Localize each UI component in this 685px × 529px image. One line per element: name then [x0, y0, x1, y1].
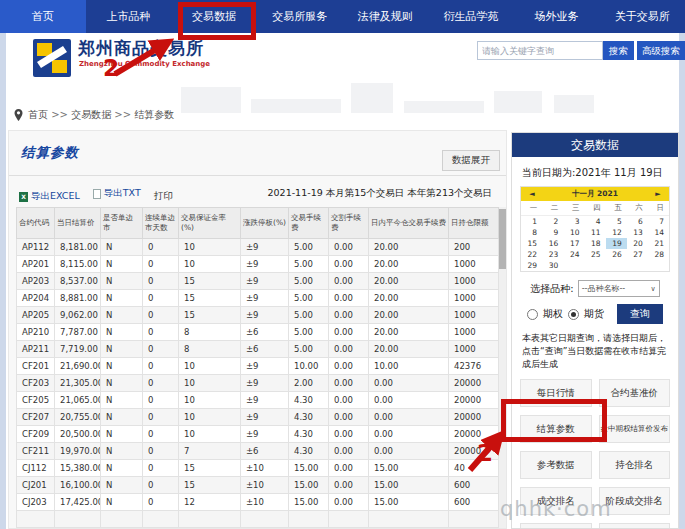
advanced-search-button[interactable]: 高级搜索 [637, 41, 685, 60]
calendar-week-row: 2930 [521, 260, 669, 271]
table-cell: 8,115.00 [55, 256, 101, 273]
sidebar-link[interactable]: 阶段成交排名 [599, 487, 671, 515]
search-input[interactable] [477, 41, 603, 60]
calendar-day [627, 260, 648, 271]
calendar-day[interactable]: 16 [542, 238, 563, 249]
calendar-day[interactable]: 1 [521, 216, 542, 228]
table-cell: 15 [179, 290, 241, 307]
table-cell [449, 511, 499, 528]
table-cell: ±10 [241, 460, 289, 477]
table-cell: 5.00 [289, 239, 329, 256]
column-header: 交易手续费 [289, 208, 329, 239]
breadcrumb-item[interactable]: 首页 [28, 109, 48, 120]
print-link[interactable]: 打印 [154, 190, 173, 203]
calendar-weekday: 六 [627, 201, 648, 216]
radio-unchecked[interactable] [527, 309, 538, 320]
calendar-prev-icon[interactable]: ◄ [521, 187, 543, 201]
sidebar-link[interactable]: 交割配对 [599, 523, 671, 529]
instrument-type-row: 期权期货查询 [512, 304, 678, 324]
settlement-table: 合约代码当日结算价是否单边市连续单边市天数交易保证金率(%)涨跌停板(%)交易手… [16, 207, 499, 528]
calendar-day[interactable]: 30 [542, 260, 563, 271]
nav-item[interactable]: 关于交易所 [599, 0, 685, 33]
sidebar-link[interactable]: 每日行情 [520, 379, 592, 407]
table-cell: 8,881.00 [55, 290, 101, 307]
calendar-day[interactable]: 11 [584, 227, 605, 238]
sidebar-title: 交易数据 [512, 133, 678, 157]
calendar-day[interactable]: 9 [542, 227, 563, 238]
table-scrollbar-track[interactable] [499, 207, 506, 528]
calendar-weekday-row: 一二三四五六日 [521, 201, 669, 216]
nav-item[interactable]: 法律及规则 [343, 0, 429, 33]
table-cell: ±9 [241, 358, 289, 375]
variety-selected-value: --品种名称-- [582, 283, 626, 294]
calendar-day[interactable]: 20 [627, 238, 648, 249]
expand-data-button[interactable]: 数据展开 [442, 150, 500, 171]
table-cell: 0.00 [329, 239, 369, 256]
breadcrumb-item[interactable]: 交易数据 [71, 109, 111, 120]
table-cell: N [101, 273, 143, 290]
calendar-day[interactable]: 12 [606, 227, 627, 238]
calendar-header: ◄ 十一月 2021 ► [521, 187, 669, 201]
search-button[interactable]: 搜索 [603, 41, 634, 60]
table-cell: N [101, 324, 143, 341]
table-scrollbar-thumb[interactable] [499, 209, 506, 269]
calendar-day[interactable]: 25 [584, 249, 605, 260]
calendar-day[interactable]: 26 [606, 249, 627, 260]
radio-checked[interactable] [568, 309, 579, 320]
column-header: 当日结算价 [55, 208, 101, 239]
table-cell [17, 511, 55, 528]
nav-item[interactable]: 衍生品学苑 [428, 0, 514, 33]
query-button[interactable]: 查询 [617, 304, 663, 324]
table-cell: 0 [143, 324, 179, 341]
table-cell: 21,690.00 [55, 358, 101, 375]
calendar-day[interactable]: 6 [627, 216, 648, 228]
calendar-day[interactable]: 4 [584, 216, 605, 228]
calendar-day[interactable]: 7 [648, 216, 669, 228]
calendar-day[interactable]: 14 [648, 227, 669, 238]
calendar-day[interactable]: 18 [584, 238, 605, 249]
calendar-day[interactable]: 2 [542, 216, 563, 228]
calendar-day[interactable]: 5 [606, 216, 627, 228]
nav-item[interactable]: 场外业务 [514, 0, 600, 33]
calendar-day[interactable]: 21 [648, 238, 669, 249]
calendar-day[interactable]: 28 [648, 249, 669, 260]
table-cell [101, 511, 143, 528]
sidebar-link[interactable]: 交割升贴水 [520, 523, 592, 529]
zce-logo[interactable] [33, 39, 71, 77]
column-header: 是否单边市 [101, 208, 143, 239]
export-excel-link[interactable]: X导出EXCEL [19, 190, 80, 203]
table-cell: 0 [143, 494, 179, 511]
nav-item[interactable]: 上市品种 [86, 0, 172, 33]
calendar-day[interactable]: 27 [627, 249, 648, 260]
sidebar-link[interactable]: 成交排名 [520, 487, 592, 515]
calendar-day[interactable]: 17 [563, 238, 584, 249]
sidebar-link[interactable]: 结算参数 [520, 415, 592, 443]
calendar-day[interactable]: 24 [563, 249, 584, 260]
table-cell: 0.00 [329, 460, 369, 477]
sidebar-link[interactable]: 合约基准价 [599, 379, 671, 407]
sidebar-link[interactable]: 盘中期权结算价发布 [599, 415, 671, 443]
table-cell: 5.00 [289, 341, 329, 358]
calendar-day[interactable]: 15 [521, 238, 542, 249]
site-title: 郑州商品交易所 [78, 37, 204, 60]
sidebar-link[interactable]: 参考数据 [520, 451, 592, 479]
calendar-day[interactable]: 22 [521, 249, 542, 260]
calendar-day[interactable]: 19 [606, 238, 627, 249]
calendar-next-icon[interactable]: ► [647, 187, 669, 201]
export-txt-link[interactable]: 导出TXT [93, 187, 141, 200]
calendar-day[interactable]: 3 [563, 216, 584, 228]
table-cell [241, 511, 289, 528]
calendar-day[interactable]: 8 [521, 227, 542, 238]
nav-item[interactable]: 交易数据 [171, 0, 257, 33]
calendar-day[interactable]: 10 [563, 227, 584, 238]
calendar-day[interactable]: 13 [627, 227, 648, 238]
calendar-day[interactable]: 29 [521, 260, 542, 271]
variety-select[interactable]: --品种名称-- ∨ [578, 280, 660, 297]
calendar-body: 1234567891011121314151617181920212223242… [521, 216, 669, 272]
nav-item[interactable]: 交易所服务 [257, 0, 343, 33]
chevron-down-icon: ∨ [651, 285, 656, 293]
calendar-day[interactable]: 23 [542, 249, 563, 260]
sidebar-link[interactable]: 持仓排名 [599, 451, 671, 479]
table-toolbar: X导出EXCEL 导出TXT 打印 2021-11-19 本月第15个交易日 本… [19, 187, 492, 202]
nav-item[interactable]: 首页 [0, 0, 86, 33]
